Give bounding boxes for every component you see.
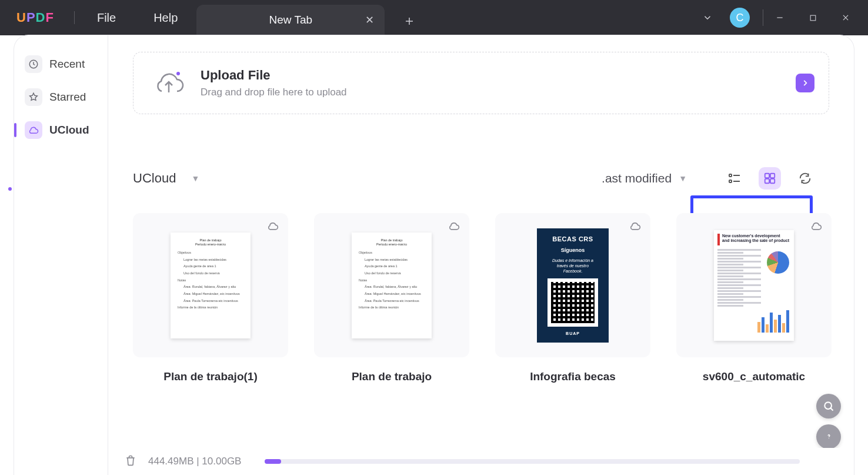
upload-dropzone[interactable]: Upload File Drag and drop file here to u… — [133, 52, 829, 114]
sidebar-item-ucloud[interactable]: UCloud — [21, 121, 101, 139]
main-menu: File Help — [78, 0, 196, 35]
sort-label: .ast modified — [602, 171, 672, 185]
breadcrumb[interactable]: UCloud ▼ — [133, 171, 199, 186]
main-panel: Upload File Drag and drop file here to u… — [108, 35, 854, 475]
divider — [74, 11, 75, 24]
file-name: sv600_c_automatic — [703, 370, 805, 383]
trash-icon[interactable] — [125, 454, 136, 469]
cloud-upload-icon — [152, 70, 185, 96]
window-max-button[interactable] — [796, 0, 829, 35]
cloud-icon — [267, 220, 279, 234]
user-avatar[interactable]: C — [730, 8, 750, 28]
sort-dropdown[interactable]: .ast modified ▼ — [602, 171, 687, 185]
upload-title: Upload File — [201, 68, 347, 83]
upload-subtitle: Drag and drop file here to upload — [201, 87, 347, 98]
svg-rect-5 — [765, 174, 769, 178]
cloud-icon — [25, 121, 42, 139]
storage-footer: 444.49MB | 10.00GB — [108, 448, 854, 475]
chevron-down-icon: ▼ — [679, 174, 687, 183]
clock-icon — [25, 55, 42, 73]
menu-file[interactable]: File — [78, 0, 135, 35]
tab-title: New Tab — [269, 14, 313, 26]
svg-rect-0 — [810, 15, 816, 21]
refresh-button[interactable] — [794, 167, 816, 190]
add-tab-button[interactable] — [395, 7, 423, 35]
window-min-button[interactable] — [763, 0, 796, 35]
storage-progress — [265, 459, 800, 464]
chevron-down-icon: ▼ — [191, 174, 199, 183]
file-card[interactable]: Plan de trabajoPeríodo enero-marzo Objet… — [133, 213, 288, 383]
workspace: Recent Starred UCloud — [14, 35, 854, 475]
file-name: Infografia becas — [530, 370, 616, 383]
sidebar-item-label: UCloud — [49, 124, 89, 137]
doc-preview: Plan de trabajoPeríodo enero-marzo Objet… — [171, 232, 251, 338]
cloud-icon — [810, 220, 822, 234]
help-fab[interactable] — [816, 424, 841, 449]
sidebar-item-label: Recent — [49, 58, 85, 71]
storage-text: 444.49MB | 10.00GB — [148, 456, 241, 467]
search-fab[interactable] — [816, 394, 841, 418]
thumbnail-view-button[interactable] — [759, 167, 781, 190]
active-indicator-dot — [8, 187, 12, 191]
svg-point-2 — [176, 72, 180, 75]
svg-rect-6 — [770, 174, 774, 178]
sidebar: Recent Starred UCloud — [14, 35, 108, 475]
tab-strip: New Tab ✕ — [196, 0, 423, 35]
file-thumbnail: Plan de trabajoPeríodo enero-marzo Objet… — [314, 213, 469, 357]
file-name: Plan de trabajo — [352, 370, 432, 383]
report-preview: New customer's development and increasin… — [714, 230, 794, 341]
svg-rect-8 — [770, 179, 774, 183]
file-name: Plan de trabajo(1) — [163, 370, 257, 383]
svg-point-10 — [828, 438, 829, 439]
svg-rect-7 — [765, 179, 769, 183]
app-logo: UPDF — [0, 0, 71, 35]
window-close-button[interactable] — [829, 0, 862, 35]
titlebar-dropdown[interactable] — [690, 12, 725, 23]
files-toolbar: UCloud ▼ .ast modified ▼ — [133, 161, 829, 195]
file-card[interactable]: Plan de trabajoPeríodo enero-marzo Objet… — [314, 213, 469, 383]
view-controls — [710, 161, 829, 195]
sidebar-item-recent[interactable]: Recent — [21, 55, 101, 73]
infographic-preview: BECAS CRS Síguenos Dudas e información a… — [537, 228, 609, 343]
sidebar-item-label: Starred — [49, 91, 86, 104]
svg-rect-4 — [729, 180, 732, 182]
file-thumbnail: BECAS CRS Síguenos Dudas e información a… — [495, 213, 650, 357]
titlebar-right: C — [690, 0, 868, 35]
sidebar-item-starred[interactable]: Starred — [21, 88, 101, 106]
cloud-icon — [629, 220, 641, 234]
tab-new[interactable]: New Tab ✕ — [196, 5, 385, 35]
upload-proceed-button[interactable] — [796, 74, 814, 92]
upload-text: Upload File Drag and drop file here to u… — [201, 68, 347, 98]
svg-rect-3 — [729, 174, 732, 177]
menu-help[interactable]: Help — [135, 0, 196, 35]
title-bar: UPDF File Help New Tab ✕ C — [0, 0, 868, 35]
svg-point-9 — [824, 402, 832, 409]
doc-preview: Plan de trabajoPeríodo enero-marzo Objet… — [352, 232, 432, 338]
file-grid: Plan de trabajoPeríodo enero-marzo Objet… — [133, 213, 829, 383]
file-card[interactable]: BECAS CRS Síguenos Dudas e información a… — [495, 213, 650, 383]
file-thumbnail: Plan de trabajoPeríodo enero-marzo Objet… — [133, 213, 288, 357]
file-card[interactable]: New customer's development and increasin… — [676, 213, 832, 383]
list-view-button[interactable] — [723, 167, 746, 190]
star-icon — [25, 88, 42, 106]
cloud-icon — [448, 220, 460, 234]
breadcrumb-label: UCloud — [133, 171, 176, 186]
tab-close-icon[interactable]: ✕ — [365, 14, 374, 26]
file-thumbnail: New customer's development and increasin… — [676, 213, 832, 357]
